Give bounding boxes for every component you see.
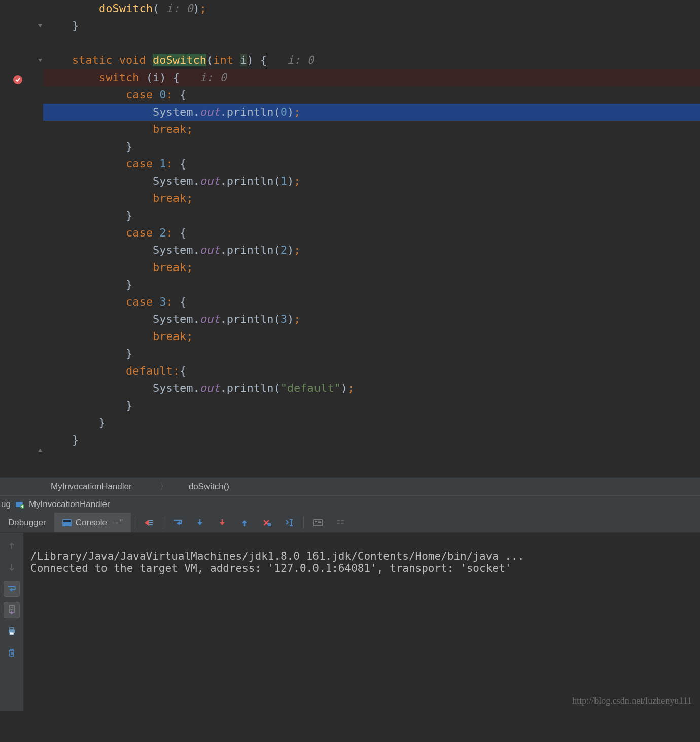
run-config-name[interactable]: MyInvocationHandler — [29, 499, 110, 510]
fold-end-icon[interactable] — [37, 447, 44, 454]
step-out-button[interactable] — [235, 514, 254, 532]
literal: 1 — [281, 175, 287, 187]
watermark-text: http://blog.csdn.net/luzhenyu111 — [572, 696, 692, 706]
soft-wrap-button[interactable] — [4, 581, 20, 597]
literal: 2 — [281, 244, 287, 256]
svg-rect-19 — [10, 628, 14, 630]
kw-break: break — [153, 123, 186, 136]
chevron-right-icon: 〉 — [160, 481, 168, 492]
kw-case: case — [126, 226, 153, 239]
class-ref: System — [153, 382, 193, 394]
breakpoint-icon[interactable] — [12, 74, 23, 87]
param-name: i — [240, 54, 247, 66]
method-decl: doSwitch — [153, 54, 206, 66]
breadcrumb[interactable]: MyInvocationHandler 〉 doSwitch() — [0, 477, 700, 495]
fold-start-icon[interactable] — [37, 57, 44, 64]
method-ref: println — [227, 382, 274, 394]
svg-rect-11 — [318, 521, 321, 522]
console-line: Connected to the target VM, address: '12… — [30, 562, 511, 575]
kw-break: break — [153, 192, 186, 205]
class-ref: System — [153, 106, 193, 118]
breadcrumb-class[interactable]: MyInvocationHandler — [51, 482, 132, 492]
step-into-button[interactable] — [191, 514, 209, 532]
svg-rect-16 — [341, 523, 344, 524]
method-ref: println — [227, 244, 274, 256]
literal: 0 — [281, 106, 287, 118]
case-val: 1 — [159, 157, 166, 170]
kw-case: case — [126, 295, 153, 308]
evaluate-expression-button[interactable] — [309, 514, 327, 532]
print-button[interactable] — [4, 623, 20, 639]
svg-rect-4 — [63, 520, 71, 522]
kw-default: default — [126, 364, 173, 377]
field-ref: out — [200, 106, 220, 118]
svg-rect-10 — [315, 521, 317, 522]
inline-hint: i: 0 — [200, 71, 227, 84]
kw-void: void — [119, 54, 146, 66]
kw-int: int — [213, 54, 233, 66]
breadcrumb-method[interactable]: doSwitch() — [189, 482, 229, 492]
kw-switch: switch — [99, 71, 139, 84]
tab-label: Debugger — [8, 518, 46, 528]
console-line: /Library/Java/JavaVirtualMachines/jdk1.8… — [30, 550, 524, 562]
field-ref: out — [200, 382, 220, 394]
force-step-into-button[interactable] — [213, 514, 231, 532]
pin-icon[interactable]: →" — [111, 518, 123, 528]
run-to-cursor-button[interactable] — [280, 514, 298, 532]
inline-hint: i: 0 — [166, 2, 193, 15]
scroll-to-end-button[interactable] — [4, 602, 20, 618]
kw-case: case — [126, 157, 153, 170]
class-ref: System — [153, 175, 193, 187]
class-ref: System — [153, 244, 193, 256]
tab-label: Console — [76, 518, 107, 528]
kw-break: break — [153, 261, 186, 274]
run-config-icon — [15, 501, 25, 508]
console-output[interactable]: /Library/Java/JavaVirtualMachines/jdk1.8… — [23, 533, 700, 711]
editor-gutter — [0, 0, 43, 477]
method-ref: println — [227, 106, 274, 118]
scroll-down-button[interactable] — [4, 559, 20, 576]
svg-rect-20 — [10, 632, 14, 635]
scroll-up-button[interactable] — [4, 538, 20, 554]
literal: 3 — [281, 313, 287, 325]
class-ref: System — [153, 313, 193, 325]
console-panel: /Library/Java/JavaVirtualMachines/jdk1.8… — [0, 533, 700, 711]
svg-rect-8 — [268, 523, 271, 526]
console-side-toolbar — [0, 533, 23, 711]
debug-run-header: ug MyInvocationHandler — [0, 495, 700, 513]
svg-rect-6 — [149, 522, 153, 523]
debug-toolbar: Debugger Console →" — [0, 513, 700, 533]
method-ref: println — [227, 313, 274, 325]
code-editor[interactable]: doSwitch( i: 0); } static void doSwitch(… — [0, 0, 700, 477]
inline-hint: i: 0 — [287, 54, 314, 66]
svg-rect-13 — [337, 520, 340, 521]
svg-rect-5 — [149, 520, 153, 521]
kw-static: static — [72, 54, 112, 66]
case-val: 3 — [159, 295, 166, 308]
clear-all-button[interactable] — [4, 645, 20, 661]
tab-console[interactable]: Console →" — [54, 513, 131, 532]
svg-rect-15 — [337, 523, 340, 524]
svg-rect-7 — [149, 524, 153, 525]
field-ref: out — [200, 244, 220, 256]
fold-end-icon[interactable] — [37, 22, 44, 29]
string-literal: "default" — [281, 382, 341, 394]
trace-button[interactable] — [331, 514, 349, 532]
field-ref: out — [200, 175, 220, 187]
code-content[interactable]: doSwitch( i: 0); } static void doSwitch(… — [43, 0, 700, 477]
field-ref: out — [200, 313, 220, 325]
debug-label-fragment: ug — [1, 499, 11, 510]
svg-rect-14 — [341, 520, 344, 521]
show-execution-point-button[interactable] — [139, 514, 158, 532]
method-call: doSwitch — [99, 2, 153, 15]
svg-rect-12 — [318, 522, 321, 523]
method-ref: println — [227, 175, 274, 187]
kw-break: break — [153, 330, 186, 343]
kw-case: case — [126, 88, 153, 101]
case-val: 0 — [159, 88, 166, 101]
switch-var: i — [153, 71, 159, 84]
tab-debugger[interactable]: Debugger — [0, 513, 54, 532]
case-val: 2 — [159, 226, 166, 239]
step-over-button[interactable] — [168, 514, 187, 532]
drop-frame-button[interactable] — [258, 514, 276, 532]
